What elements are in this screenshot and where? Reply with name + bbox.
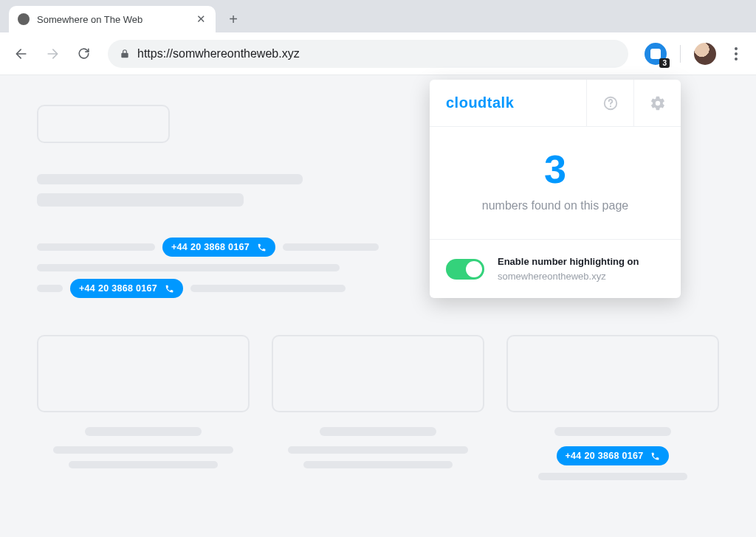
skeleton-box — [506, 335, 719, 412]
tab-strip: Somewhere on The Web ✕ + — [0, 0, 756, 32]
toolbar-separator — [680, 45, 681, 63]
arrow-right-icon — [45, 46, 60, 61]
reload-button[interactable] — [71, 41, 96, 66]
card — [37, 335, 250, 480]
skeleton-line — [288, 446, 469, 454]
forward-button[interactable] — [40, 41, 65, 66]
toggle-label-group: Enable number highlighting on somewhereo… — [498, 254, 639, 283]
skeleton-line — [320, 427, 436, 436]
skeleton-line — [37, 264, 340, 271]
skeleton-line — [85, 427, 202, 436]
help-button[interactable] — [586, 80, 633, 127]
favicon-icon — [18, 13, 30, 25]
skeleton-box — [272, 335, 484, 412]
skeleton-line — [37, 243, 155, 251]
skeleton-line — [538, 473, 687, 480]
popup-header: cloudtalk — [430, 80, 681, 127]
skeleton-line — [554, 427, 671, 436]
phone-number-text: +44 20 3868 0167 — [171, 242, 250, 252]
svg-point-1 — [609, 105, 611, 107]
skeleton-box — [37, 105, 170, 143]
phone-number-text: +44 20 3868 0167 — [566, 451, 644, 461]
highlighting-toggle[interactable] — [446, 259, 484, 280]
card-row: +44 20 3868 0167 — [37, 335, 719, 480]
help-icon — [602, 95, 619, 111]
skeleton-box — [37, 335, 250, 412]
page-content: +44 20 3868 0167 +44 20 3868 0167 — [0, 75, 756, 537]
browser-chrome: Somewhere on The Web ✕ + https://somwher… — [0, 0, 756, 75]
skeleton-line — [303, 461, 453, 468]
phone-number-pill[interactable]: +44 20 3868 0167 — [557, 446, 670, 465]
skeleton-line — [37, 285, 63, 292]
phone-number-pill[interactable]: +44 20 3868 0167 — [162, 238, 275, 257]
tab-title: Somewhere on The Web — [37, 14, 142, 25]
brand-logo: cloudtalk — [430, 94, 586, 111]
skeleton-line — [190, 285, 346, 292]
profile-avatar[interactable] — [694, 43, 716, 65]
browser-menu-button[interactable] — [725, 43, 747, 65]
toggle-domain: somewhereontheweb.xyz — [498, 269, 639, 284]
arrow-left-icon — [14, 46, 29, 61]
card — [272, 335, 484, 480]
extension-button[interactable]: 3 — [645, 43, 667, 65]
new-tab-button[interactable]: + — [223, 9, 244, 30]
skeleton-line — [37, 174, 303, 184]
popup-footer: Enable number highlighting on somewhereo… — [430, 239, 681, 298]
toggle-label: Enable number highlighting on — [498, 254, 639, 269]
toolbar: https://somwhereontheweb.xyz 3 — [0, 32, 756, 75]
address-bar[interactable]: https://somwhereontheweb.xyz — [108, 40, 628, 68]
phone-icon — [650, 451, 660, 461]
gear-icon — [650, 95, 666, 111]
card: +44 20 3868 0167 — [506, 335, 719, 480]
close-tab-button[interactable]: ✕ — [195, 13, 207, 25]
toggle-knob — [466, 261, 482, 277]
lock-icon — [120, 49, 130, 59]
extension-popup: cloudtalk 3 numbers found on this page E… — [430, 80, 681, 298]
extension-logo-icon — [650, 49, 661, 59]
settings-button[interactable] — [633, 80, 681, 127]
numbers-subtitle: numbers found on this page — [444, 199, 666, 212]
phone-icon — [257, 243, 267, 252]
url-text: https://somwhereontheweb.xyz — [137, 47, 300, 60]
skeleton-line — [283, 243, 379, 251]
extension-badge: 3 — [659, 58, 670, 68]
skeleton-line — [69, 461, 218, 468]
phone-number-text: +44 20 3868 0167 — [79, 283, 157, 294]
skeleton-line — [37, 193, 244, 207]
skeleton-line — [53, 446, 234, 454]
phone-icon — [165, 284, 174, 294]
popup-body: 3 numbers found on this page — [430, 127, 681, 239]
back-button[interactable] — [9, 41, 34, 66]
browser-tab[interactable]: Somewhere on The Web ✕ — [9, 6, 216, 32]
numbers-count: 3 — [444, 149, 666, 189]
phone-number-pill[interactable]: +44 20 3868 0167 — [70, 279, 183, 298]
reload-icon — [77, 46, 91, 60]
